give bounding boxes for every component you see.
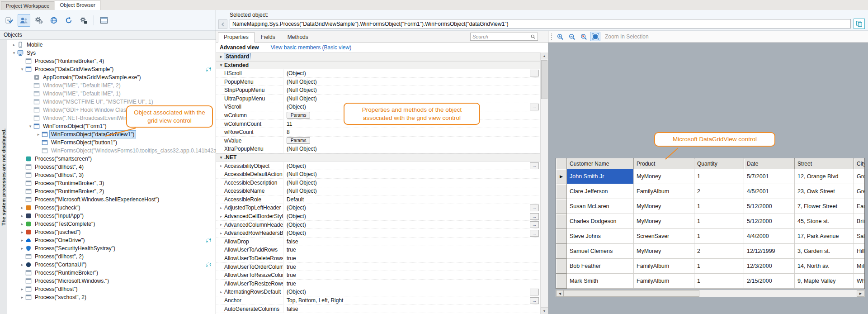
params-button[interactable]: Params [287,137,310,144]
web-objects-button[interactable] [47,14,60,27]
grid-cell[interactable]: Greent [854,184,865,199]
property-row-allowdrop[interactable]: AllowDropfalse [216,238,540,246]
tree-item-process-onedrive[interactable]: ▸Process("OneDrive") [7,236,216,244]
expand-arrow-icon[interactable]: ▸ [11,41,17,49]
property-row-autogeneratecolumns[interactable]: AutoGenerateColumnsfalse [216,305,540,314]
grid-cell[interactable]: 12/3/2000 [744,259,795,274]
property-category-extended[interactable]: ▾Extended [216,61,540,70]
property-row-advancedcellborderstyl[interactable]: ▸AdvancedCellBorderStyl(Object)... [216,212,540,221]
tree-item-process-runtimebroker[interactable]: Process("RuntimeBroker") [7,269,216,277]
grid-cell[interactable]: 2 [694,184,744,199]
grid-cell[interactable]: Whites [854,274,865,289]
expand-arrow-icon[interactable]: ▸ [218,206,224,210]
search-box[interactable] [470,33,538,41]
grid-cell[interactable]: MyMoney [634,199,694,214]
property-row-xtrapopupmenu[interactable]: XtraPopupMenu(Null Object) [216,145,540,154]
property-category-standard[interactable]: ▸Standard [216,52,540,61]
grid-cell[interactable]: Samuel Clemens [567,244,634,259]
grid-cell[interactable]: 14, North av. [795,259,854,274]
grid-cell[interactable]: Earlca [854,199,865,214]
grid-cell[interactable]: FamilyAlbum [634,274,694,289]
tree-item-process-datagridviewsample[interactable]: ▾Process("DataGridViewSample") [7,65,216,73]
collapse-arrow-icon[interactable]: ▾ [218,155,224,160]
scroll-down-icon[interactable]: ▼ [541,307,548,314]
grid-cell[interactable]: 23, Owk Street [795,184,854,199]
grid-column-header-product[interactable]: Product [634,158,694,169]
property-row-allowusertoaddrows[interactable]: AllowUserToAddRowstrue [216,246,540,255]
grid-cell[interactable]: Grovet [854,169,865,184]
grid-cell[interactable]: 5/7/2001 [744,169,795,184]
grid-row-header[interactable] [556,229,567,244]
expand-arrow-icon[interactable]: ▸ [218,54,224,59]
property-row-wvalue[interactable]: wValueParams [216,137,540,145]
grid-cell[interactable]: ScreenSaver [634,229,694,244]
grid-column-header-street[interactable]: Street [795,158,854,169]
grid-column-header-city[interactable]: City [854,158,865,169]
grid-row-header[interactable] [556,214,567,229]
expand-arrow-icon[interactable]: ▸ [218,223,224,227]
property-scrollbar[interactable]: ▲ ▼ [540,52,548,314]
tree-item-winformsobject-datagridview1[interactable]: ▸WinFormsObject("dataGridView1") [7,130,216,138]
tree-item-process-securityhealthsystray[interactable]: ▸Process("SecurityHealthSystray") [7,244,216,252]
expand-arrow-icon[interactable]: ▸ [218,231,224,235]
grid-cell[interactable]: Bob Feather [567,259,634,274]
tree-item-window-ime-default-ime-1[interactable]: Window("IME", "Default IME", 1) [7,90,216,98]
tab-fields[interactable]: Fields [255,32,281,42]
grid-cell[interactable]: 3, Garden st. [795,244,854,259]
grid-cell[interactable]: 45, Stone st. [795,214,854,229]
grid-horizontal-scrollbar[interactable]: ◀ ▶ [556,290,865,297]
grid-cell[interactable]: MyMoney [634,214,694,229]
grid-cell[interactable]: 4/4/2000 [744,229,795,244]
grid-row-header[interactable] [556,244,567,259]
property-row-anchor[interactable]: AnchorTop, Bottom, Left, Right... [216,296,540,305]
grid-cell[interactable]: 12/12/1999 [744,244,795,259]
grid-row-header[interactable] [556,274,567,289]
grid-cell[interactable]: Salmo [854,229,865,244]
collapse-arrow-icon[interactable]: ▾ [19,65,25,73]
tab-methods[interactable]: Methods [282,32,314,42]
grid-cell[interactable]: 2/15/2000 [744,274,795,289]
grid-cell[interactable]: MyMoney [634,244,694,259]
object-properties-button[interactable] [33,14,45,27]
tree-item-process-runtimebroker-2[interactable]: Process("RuntimeBroker", 2) [7,187,216,195]
property-row-allowusertoordercolum[interactable]: AllowUserToOrderColumtrue [216,263,540,271]
ellipsis-button[interactable]: ... [530,205,539,211]
grid-cell[interactable]: 1 [694,169,744,184]
ellipsis-button[interactable]: ... [530,104,539,110]
ellipsis-button[interactable]: ... [530,230,539,237]
expand-arrow-icon[interactable]: ▸ [19,220,25,228]
property-row-wrowcount[interactable]: wRowCount8 [216,128,540,137]
tree-item-process-dllhost[interactable]: ▸Process("dllhost") [7,285,216,293]
grid-cell[interactable]: Bringt [854,214,865,229]
expand-arrow-icon[interactable]: ▸ [19,285,25,293]
app-tab-project-workspace[interactable]: Project Workspace [1,1,54,10]
property-row-accessibilityobject[interactable]: ▸AccessibilityObject(Object)... [216,162,540,171]
show-panels-button[interactable] [98,14,110,27]
tree-item-process-jucheck[interactable]: ▸Process("jucheck") [7,204,216,212]
property-row-allowusertoresizecolun[interactable]: AllowUserToResizeColuntrue [216,271,540,280]
zoom-out-button[interactable] [566,32,577,41]
params-button[interactable]: Params [287,112,310,119]
tree-item-window-msctfime-ui-msctfime-ui-1[interactable]: Window("MSCTFIME UI", "MSCTFIME UI", 1) [7,98,216,106]
ellipsis-button[interactable]: ... [530,162,539,169]
tree-item-process-svchost-2[interactable]: ▸Process("svchost", 2) [7,293,216,301]
grid-cell[interactable]: 5/12/2000 [744,214,795,229]
property-row-strippopupmenu[interactable]: StripPopupMenu(Null Object) [216,86,540,95]
grid-cell[interactable]: John Smith Jr [567,169,634,184]
selected-object-input[interactable] [230,19,851,29]
ellipsis-button[interactable]: ... [530,289,539,295]
search-input[interactable] [471,34,530,39]
property-row-popupmenu[interactable]: PopupMenu(Null Object) [216,78,540,86]
property-row-accessiblerole[interactable]: AccessibleRoleDefault [216,195,540,204]
grid-cell[interactable]: Steve Johns [567,229,634,244]
expand-arrow-icon[interactable]: ▸ [19,244,25,252]
scrollbar-thumb[interactable] [564,290,699,297]
grid-cell[interactable]: 1 [694,229,744,244]
scroll-right-icon[interactable]: ▶ [857,290,864,297]
grid-cell[interactable]: 17, Park Avenue [795,229,854,244]
tree-item-sys[interactable]: ▾Sys [7,49,216,57]
grid-row-header[interactable] [556,259,567,274]
grid-cell[interactable]: MyMoney [634,169,694,184]
property-row-allowusertoresizerows[interactable]: AllowUserToResizeRowstrue [216,280,540,288]
grid-cell[interactable]: Charles Dodgeson [567,214,634,229]
